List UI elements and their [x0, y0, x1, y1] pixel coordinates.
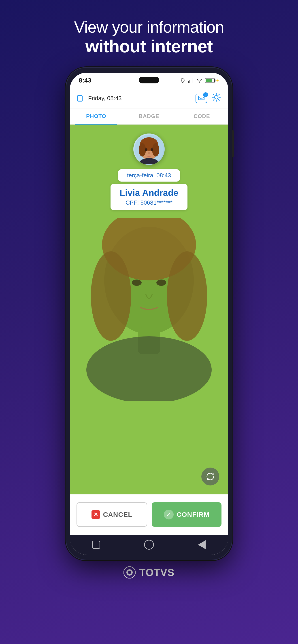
refresh-icon	[205, 471, 215, 482]
battery-indicator: ⚡	[205, 78, 219, 83]
battery-fill	[206, 79, 212, 82]
signal-icon	[188, 78, 194, 83]
back-icon	[198, 540, 206, 549]
battery-box	[205, 78, 214, 83]
tab-badge[interactable]: BADGE	[123, 108, 175, 124]
header-actions: 0	[195, 92, 221, 104]
svg-rect-0	[188, 82, 189, 83]
wifi-icon	[196, 78, 202, 83]
x-icon: ✕	[92, 510, 100, 519]
settings-icon[interactable]	[212, 92, 221, 104]
user-name: Livia Andrade	[119, 188, 178, 198]
datetime-card: terça-feira, 08:43	[118, 169, 180, 182]
notification-badge: 0	[203, 92, 208, 97]
svg-rect-5	[77, 96, 82, 101]
svg-rect-7	[198, 96, 204, 100]
app-date-text: Friday, 08:43	[88, 95, 122, 102]
header-line2: without internet	[74, 36, 224, 56]
status-bar: 8:43	[70, 73, 228, 88]
phone-screen: 8:43	[70, 73, 228, 555]
svg-point-15	[132, 280, 142, 286]
svg-point-8	[214, 96, 218, 99]
svg-point-28	[128, 571, 131, 574]
notification-button[interactable]: 0	[195, 94, 207, 103]
confirm-button[interactable]: ✓ CONFIRM	[152, 502, 221, 527]
svg-rect-1	[189, 80, 190, 83]
svg-point-24	[151, 148, 153, 152]
inbox-icon	[198, 96, 204, 101]
avatar-ring	[133, 134, 165, 165]
user-cpf: CPF: 50681*******	[119, 199, 178, 206]
photo-area: terça-feira, 08:43 Livia Andrade CPF: 50…	[70, 124, 228, 494]
phone-mockup: 8:43	[66, 68, 232, 560]
cancel-label: CANCEL	[103, 511, 132, 518]
home-icon	[144, 540, 154, 550]
brand-name: TOTVS	[139, 566, 174, 578]
nav-home-button[interactable]	[143, 539, 155, 550]
info-cards: terça-feira, 08:43 Livia Andrade CPF: 50…	[111, 169, 187, 210]
tab-photo[interactable]: PHOTO	[70, 108, 123, 124]
avatar-image	[134, 134, 164, 164]
battery-lightning: ⚡	[215, 79, 219, 82]
nav-back-button[interactable]	[196, 539, 207, 550]
action-bar: ✕ CANCEL ✓ CONFIRM	[70, 494, 228, 535]
svg-point-4	[199, 82, 200, 82]
portrait-svg	[80, 218, 218, 401]
svg-point-16	[156, 280, 166, 286]
user-avatar	[133, 134, 165, 165]
app-date-container: Friday, 08:43	[77, 95, 122, 102]
app-header: Friday, 08:43 0	[70, 88, 228, 108]
marketing-header: View your information without internet	[74, 18, 224, 56]
confirm-label: CONFIRM	[177, 511, 210, 518]
svg-rect-2	[191, 79, 191, 83]
name-card: Livia Andrade CPF: 50681*******	[111, 184, 187, 210]
nav-bar	[70, 535, 228, 555]
recents-icon	[92, 541, 100, 549]
svg-point-11	[91, 251, 131, 341]
camera-notch	[139, 77, 159, 84]
totvs-logo	[124, 566, 136, 578]
brand-footer: TOTVS	[124, 566, 174, 578]
phone-device-icon	[77, 95, 85, 102]
tab-code[interactable]: CODE	[175, 108, 228, 124]
svg-point-14	[86, 336, 212, 401]
status-time: 8:43	[79, 77, 91, 84]
gear-icon	[212, 92, 221, 102]
check-icon: ✓	[164, 510, 174, 520]
nav-recents-button[interactable]	[91, 539, 102, 550]
location-icon	[180, 78, 185, 83]
svg-point-25	[148, 152, 150, 154]
status-icons: ⚡	[180, 78, 219, 83]
header-line1: View your information	[74, 18, 224, 36]
svg-point-12	[167, 251, 207, 341]
tab-bar: PHOTO BADGE CODE	[70, 108, 228, 124]
svg-point-23	[145, 148, 147, 152]
svg-rect-3	[192, 78, 192, 83]
datetime-text: terça-feira, 08:43	[127, 172, 171, 179]
cancel-button[interactable]: ✕ CANCEL	[77, 502, 147, 527]
refresh-button[interactable]	[201, 468, 219, 486]
